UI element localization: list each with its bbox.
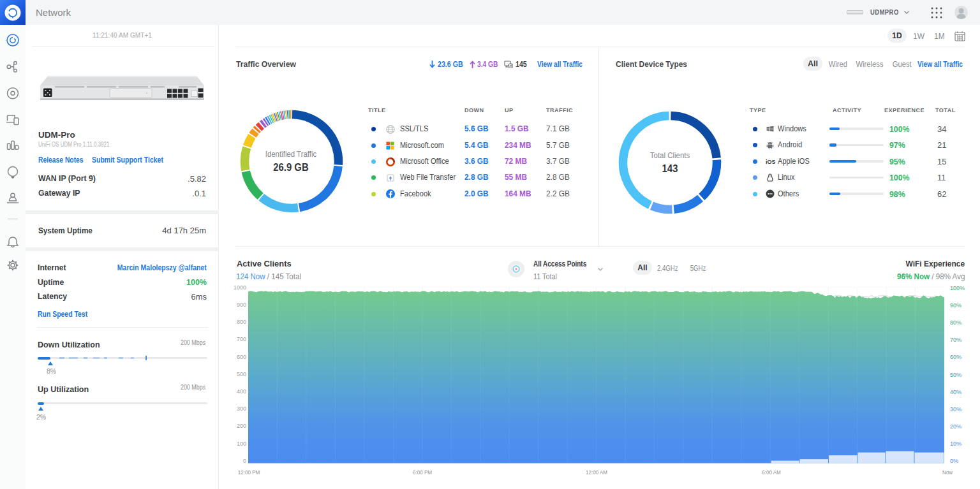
svg-text:iOS: iOS xyxy=(766,159,776,165)
